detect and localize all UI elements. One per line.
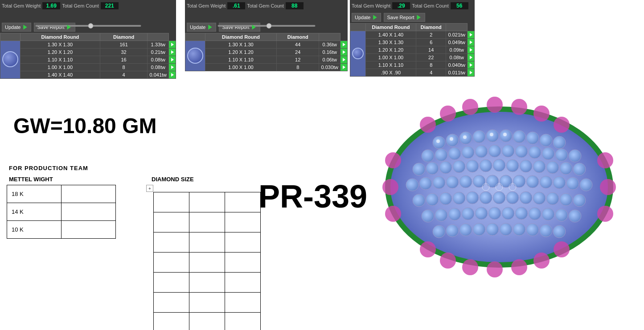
panel2-slider-thumb[interactable] <box>267 23 272 29</box>
panel1-col1-header: Diamond Round <box>21 33 100 41</box>
table-row <box>154 273 261 293</box>
panel2-slider-track[interactable] <box>217 25 315 27</box>
panel1-update-button[interactable]: Update <box>2 23 31 32</box>
grid-cell <box>154 293 189 313</box>
grid-cell <box>225 313 261 330</box>
svg-point-76 <box>506 191 519 204</box>
svg-point-1 <box>440 106 456 122</box>
row-action-button[interactable] <box>169 64 176 71</box>
karat-value <box>62 185 116 203</box>
row-action-button[interactable] <box>169 49 176 56</box>
list-item: 2 <box>416 31 446 39</box>
row-action-button[interactable] <box>169 56 176 64</box>
svg-point-61 <box>486 175 499 187</box>
svg-point-43 <box>426 162 439 175</box>
list-item: 1.00 X 1.00 <box>366 54 416 61</box>
svg-point-110 <box>490 133 493 136</box>
svg-point-71 <box>439 192 452 205</box>
list-item: 1.33tw <box>148 41 169 49</box>
row-action-button[interactable] <box>169 41 176 49</box>
table-row: 1.10 X 1.10 12 0.06tw <box>185 56 348 64</box>
svg-point-8 <box>440 253 456 269</box>
svg-point-70 <box>426 193 439 206</box>
row-arrow-icon <box>171 65 174 69</box>
row-action-button[interactable] <box>340 64 348 71</box>
list-item: 1.30 X 1.30 <box>21 41 100 49</box>
table-row: 1.20 X 1.20 24 0.16tw <box>185 49 348 56</box>
svg-point-98 <box>486 223 499 236</box>
list-item: 1.30 X 1.30 <box>205 41 277 49</box>
svg-point-42 <box>413 163 425 175</box>
table-row: 1.00 X 1.00 22 0.08tw <box>350 54 475 61</box>
row-arrow-icon <box>470 33 472 37</box>
panel1-update-arrow-icon <box>22 24 28 30</box>
panel3-col-action <box>446 24 468 31</box>
svg-point-10 <box>487 261 503 277</box>
panel2-update-button[interactable]: Update <box>187 23 216 32</box>
panel3-update-button[interactable]: Update <box>352 13 381 22</box>
list-item: 0.09tw <box>446 46 468 54</box>
svg-point-19 <box>597 206 613 222</box>
table-row: 1.30 X 1.30 161 1.33tw <box>0 41 176 49</box>
pr-label: PR-339 <box>258 178 367 215</box>
panel1-slider-thumb[interactable] <box>88 23 94 29</box>
grid-cell <box>189 253 225 273</box>
table-row: 1.30 X 1.30 6 0.049tw <box>350 39 475 46</box>
row-action-button[interactable] <box>468 61 475 69</box>
svg-point-30 <box>422 150 434 162</box>
svg-point-27 <box>526 132 539 144</box>
svg-point-15 <box>382 179 398 195</box>
svg-point-56 <box>419 177 432 190</box>
svg-point-83 <box>435 209 447 221</box>
list-item: 4 <box>100 71 148 79</box>
panel1-col-avatar <box>0 33 21 41</box>
list-item: 1.30 X 1.30 <box>366 39 416 46</box>
list-item: 1.10 X 1.10 <box>205 56 277 64</box>
row-action-button[interactable] <box>468 54 475 61</box>
row-action-button[interactable] <box>468 31 475 39</box>
list-item: 8 <box>416 61 446 69</box>
row-action-button[interactable] <box>340 56 348 64</box>
panel1-save-button[interactable]: Save Report <box>34 23 75 32</box>
panel2-gem-count-value: 88 <box>286 2 304 9</box>
row-action-button[interactable] <box>468 39 475 46</box>
row-action-button[interactable] <box>340 49 348 56</box>
list-item: 0.021tw <box>446 31 468 39</box>
svg-point-16 <box>385 206 401 222</box>
svg-point-54 <box>573 163 586 175</box>
list-item: 1.10 X 1.10 <box>21 56 100 64</box>
table-row: 1.00 X 1.00 8 0.08tw <box>0 64 176 71</box>
gw-label: GW=10.80 GM <box>13 114 156 138</box>
table-row: 1.00 X 1.00 8 0.030tw <box>185 64 348 71</box>
karat-value <box>62 221 116 239</box>
list-item: 1.10 X 1.10 <box>366 61 416 69</box>
row-action-button[interactable] <box>468 46 475 54</box>
list-item: 0.030tw <box>319 64 340 71</box>
karat-label: 10 K <box>7 221 62 239</box>
panel2-col-action <box>319 33 340 41</box>
row-action-button[interactable] <box>340 41 348 49</box>
svg-point-29 <box>553 136 566 149</box>
row-arrow-icon <box>470 63 472 67</box>
svg-point-85 <box>462 208 474 220</box>
list-item: 1.20 X 1.20 <box>21 49 100 56</box>
panel2-save-button[interactable]: Save Report <box>219 23 260 32</box>
svg-point-23 <box>473 130 485 143</box>
svg-point-90 <box>529 208 541 220</box>
panel1-slider-track[interactable] <box>35 25 141 27</box>
panel2-col2-header: Diamond <box>276 33 319 41</box>
svg-point-18 <box>600 179 616 195</box>
svg-point-66 <box>553 176 566 189</box>
list-item: 0.08tw <box>446 54 468 61</box>
panel1-update-label: Update <box>5 24 21 30</box>
row-action-button[interactable] <box>169 71 176 79</box>
gem-panel-2: Total Gem Weight .61 Total Gem Count 88 … <box>185 0 348 71</box>
row-arrow-icon <box>470 56 472 59</box>
panel3-save-button[interactable]: Save Report <box>384 13 425 22</box>
svg-point-44 <box>439 161 452 174</box>
svg-point-82 <box>422 210 434 222</box>
svg-point-68 <box>580 179 592 191</box>
panel3-update-label: Update <box>355 15 370 20</box>
svg-point-49 <box>506 159 519 172</box>
panel1-toolbar: Update Save Report <box>0 21 176 33</box>
